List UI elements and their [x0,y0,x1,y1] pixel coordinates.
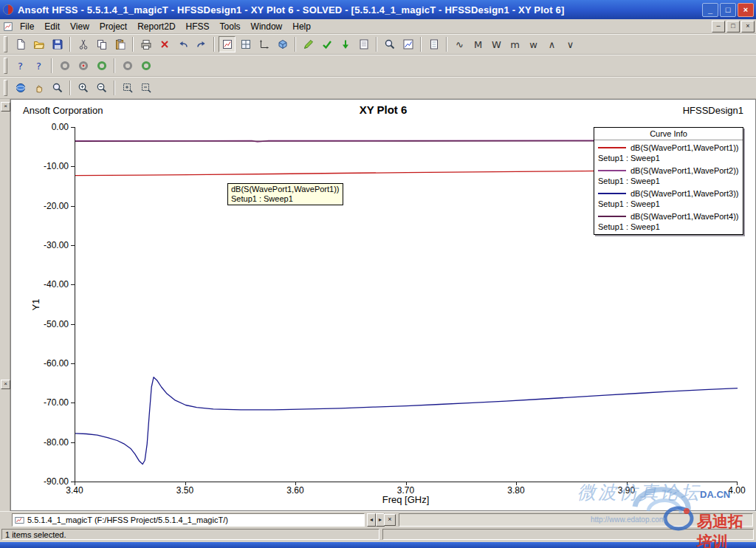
save-button[interactable] [49,36,66,52]
curve-info-legend[interactable]: Curve Info dB(S(WavePort1,WavePort1))Set… [594,127,743,235]
delete-button[interactable] [156,36,173,52]
solid-box-button[interactable] [274,36,291,52]
open-button[interactable] [30,36,47,52]
toolbar-grip[interactable] [4,80,7,96]
validation-check-button[interactable] [318,36,335,52]
magnifier-icon [384,38,396,50]
menu-window[interactable]: Window [246,20,288,33]
y-tick-label: -80.00 [33,437,69,448]
toolbar-separator [114,81,115,95]
mdi-minimize-button[interactable]: – [712,21,725,32]
menu-view[interactable]: View [65,20,94,33]
legend-entry[interactable]: dB(S(WavePort1,WavePort2))Setup1 : Sweep… [594,163,743,186]
boundary-display-button[interactable] [56,58,73,74]
curve-db-s-waveport1-waveport3-[interactable] [75,377,738,465]
zoom-to-fit-button[interactable] [381,36,398,52]
docked-panel-strip: × × [0,99,10,511]
x-tick-label: 3.80 [500,485,532,496]
cut-icon [78,38,89,50]
legend-entry[interactable]: dB(S(WavePort1,WavePort3))Setup1 : Sweep… [594,186,743,209]
zoom-in-rect-button[interactable] [119,80,136,96]
menu-help[interactable]: Help [287,20,316,33]
plot-mode-button[interactable] [219,36,236,52]
mdi-restore-button[interactable]: □ [726,21,740,32]
toolbar-grip[interactable] [4,58,7,74]
zoom-out-rect-button[interactable] [137,80,154,96]
legend-entry[interactable]: dB(S(WavePort1,WavePort1))Setup1 : Sweep… [594,140,743,163]
toolbar-help: ?? [0,55,756,77]
context-help-button[interactable]: ? [30,58,47,74]
undo-button[interactable] [174,36,191,52]
menu-edit[interactable]: Edit [39,20,65,33]
project-combo[interactable]: 5.5.1.4_1_magicT (F:/HFSS Project/5.5.1.… [12,513,365,527]
create-report-button[interactable] [399,36,416,52]
y-tick-label: -40.00 [33,279,69,290]
zoom-in-button[interactable] [75,80,92,96]
print-button[interactable] [137,36,154,52]
toolbar-separator [295,37,296,52]
legend-swatch [598,170,626,171]
close-properties-panel-button[interactable]: × [1,380,10,389]
marker-min2-button[interactable]: w [525,36,542,52]
sine-sweep-button[interactable]: ∿ [451,36,468,52]
menu-file[interactable]: File [15,20,39,33]
combo-scroll-left-button[interactable]: ◂ [367,513,376,527]
menu-hfss[interactable]: HFSS [181,20,215,33]
radiation-display-button[interactable] [119,58,136,74]
print-icon [140,38,152,50]
legend-entry[interactable]: dB(S(WavePort1,WavePort4))Setup1 : Sweep… [594,209,743,232]
array-display-button[interactable] [137,58,154,74]
menu-tools[interactable]: Tools [215,20,246,33]
mdi-close-button[interactable]: × [741,21,755,32]
zoom-rect-out-icon [140,82,152,94]
copy-button[interactable] [93,36,110,52]
results-button[interactable] [355,36,372,52]
mesh-display-button[interactable] [75,58,92,74]
validate-button[interactable] [300,36,317,52]
close-button[interactable]: × [738,3,754,17]
toolbar-separator [213,37,215,52]
redo-button[interactable] [193,36,210,52]
dynamic-zoom-button[interactable] [49,80,66,96]
marker-min-button[interactable]: W [488,36,505,52]
uv-grid-button[interactable] [237,36,254,52]
legend-entry-row: dB(S(WavePort1,WavePort3)) [598,189,739,198]
toolbar-grip[interactable] [4,36,7,52]
legend-swatch [598,147,626,148]
menu-report2d[interactable]: Report2D [132,20,180,33]
close-message-panel-button[interactable]: × [384,514,396,526]
paste-button[interactable] [111,36,128,52]
project-bar: 5.5.1.4_1_magicT (F:/HFSS Project/5.5.1.… [0,511,756,527]
cut-button[interactable] [75,36,92,52]
marker-max-button[interactable]: M [470,36,487,52]
pan-button[interactable] [30,80,47,96]
caret-up-button[interactable]: ∧ [543,36,560,52]
small-plot-icon [221,38,233,50]
axes-mode-button[interactable] [255,36,272,52]
marker-max2-button[interactable]: m [506,36,523,52]
minimize-button[interactable]: _ [702,3,718,17]
dataset-button[interactable] [425,36,442,52]
menu-project[interactable]: Project [94,20,132,33]
delete-icon [159,38,171,50]
toolbar-view [0,77,756,99]
close-project-panel-button[interactable]: × [1,102,10,112]
x-tick-mark [627,482,628,485]
caret-down-button[interactable]: ∨ [562,36,579,52]
field-overlay-button[interactable] [93,58,110,74]
orient-sphere-button[interactable] [12,80,29,96]
chart-icon-icon [402,38,414,50]
plot-window[interactable]: Ansoft Corporation XY Plot 6 HFSSDesign1… [10,99,756,511]
green-pencil-icon [303,38,315,50]
new-button[interactable] [12,36,29,52]
save-icon [52,38,63,50]
help-icon: ? [18,61,23,72]
sphere-icon [15,82,27,94]
zoom-out-button[interactable] [93,80,110,96]
help-button[interactable]: ? [12,58,29,74]
toolbar-separator [376,37,377,52]
hand-icon [33,82,45,94]
box3d-icon [277,38,289,50]
analyze-button[interactable] [337,36,354,52]
maximize-button[interactable]: □ [720,3,736,17]
